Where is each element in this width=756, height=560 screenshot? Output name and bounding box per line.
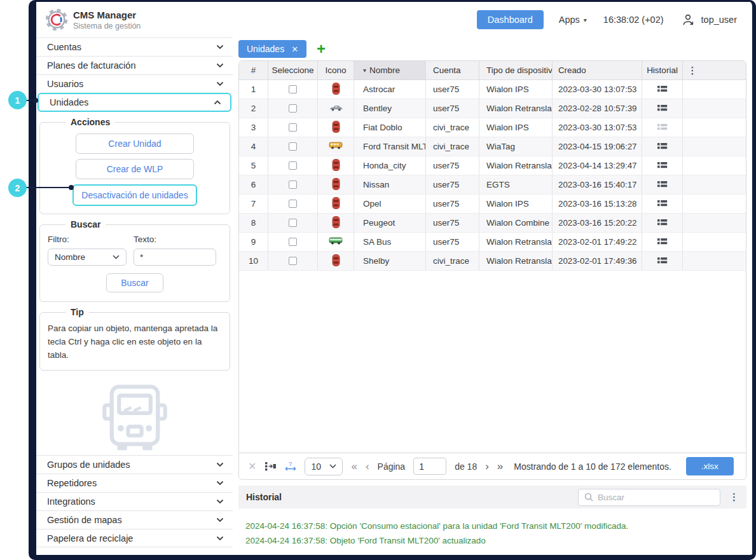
row-checkbox[interactable]: [289, 200, 297, 208]
column-header-created[interactable]: Creado: [553, 61, 642, 79]
search-button[interactable]: Buscar: [106, 273, 163, 292]
action-button-desactivaci-n-de-unidades[interactable]: Desactivación de unidades: [72, 184, 196, 206]
row-checkbox[interactable]: [289, 161, 297, 170]
text-label: Texto:: [134, 235, 216, 244]
cell-devicetype: Wialon Retranslat: [479, 233, 553, 251]
row-checkbox[interactable]: [289, 142, 297, 151]
sidebar-item-unidades[interactable]: Unidades: [38, 93, 231, 112]
row-checkbox[interactable]: [289, 123, 297, 132]
table-row[interactable]: 3 Fiat Doblo civi_trace Wialon IPS 2023-…: [239, 118, 746, 137]
prev-page-icon[interactable]: ‹: [366, 461, 369, 472]
column-header-account[interactable]: Cuenta: [426, 61, 479, 79]
table-row[interactable]: 6 Nissan user75 EGTS 2023-03-16 15:40:17: [239, 175, 746, 195]
export-xlsx-button[interactable]: .xlsx: [686, 457, 734, 475]
table-row[interactable]: 10 Shelby civi_trace Wialon Retranslat 2…: [239, 252, 746, 271]
app-window: CMS Manager Sistema de gestión Dashboard…: [29, 0, 756, 560]
page-size-select[interactable]: 10: [305, 458, 343, 475]
history-list-icon[interactable]: [657, 142, 668, 152]
cell-account: user75: [426, 99, 479, 118]
column-header-devicetype[interactable]: Tipo de dispositiv: [479, 61, 553, 79]
actions-group: Acciones Crear UnidadCrear de WLPDesacti…: [39, 117, 230, 214]
table-row[interactable]: 5 Honda_city user75 Wialon Retranslat 20…: [239, 156, 746, 175]
history-menu-icon[interactable]: ⋮: [729, 491, 739, 503]
table-row[interactable]: 4 Ford Transit MLT2 civi_trace WiaTag 20…: [239, 137, 746, 156]
main-area: Unidades ✕ + # Seleccione Icono ▾ Nombre…: [233, 38, 752, 555]
sidebar-item-planes-de-facturaci-n[interactable]: Planes de facturación: [36, 56, 233, 74]
chevron-down-icon: [216, 517, 224, 522]
sidebar: Cuentas Planes de facturación Usuarios U…: [36, 38, 233, 555]
tab-unidades[interactable]: Unidades ✕: [238, 40, 306, 58]
bus-green-icon: [329, 237, 343, 247]
action-button-crear-unidad[interactable]: Crear Unidad: [76, 133, 194, 154]
sidebar-item-gesti-n-de-mapas[interactable]: Gestión de mapas: [36, 510, 233, 529]
app-title: CMS Manager: [73, 10, 141, 20]
history-list-icon[interactable]: [657, 199, 668, 209]
action-button-crear-de-wlp[interactable]: Crear de WLP: [76, 159, 194, 179]
sidebar-item-label: Gestión de mapas: [47, 515, 122, 525]
pagination-summary: Mostrando de 1 a 10 de 172 elementos.: [514, 461, 671, 472]
first-page-icon[interactable]: «: [351, 461, 357, 472]
history-list-icon[interactable]: [657, 104, 668, 114]
chevron-down-icon: [216, 44, 224, 50]
history-list-icon[interactable]: [657, 218, 668, 228]
sidebar-item-cuentas[interactable]: Cuentas: [36, 38, 233, 56]
chevron-down-icon: ▾: [584, 17, 587, 24]
cell-account: user75: [426, 175, 479, 194]
tab-label: Unidades: [247, 44, 284, 54]
cell-name: Nissan: [354, 175, 426, 194]
column-header-name[interactable]: ▾ Nombre: [354, 61, 426, 79]
last-page-icon[interactable]: »: [497, 461, 503, 472]
history-list-icon[interactable]: [657, 85, 668, 95]
page-number-input[interactable]: [413, 458, 446, 475]
table-row[interactable]: 8 Peugeot user75 Wialon Combine 2023-03-…: [239, 214, 746, 233]
sidebar-item-papelera-de-reciclaje[interactable]: Papelera de reciclaje: [36, 529, 233, 547]
column-header-num[interactable]: #: [239, 61, 268, 79]
table-row[interactable]: 9 SA Bus user75 Wialon Retranslat 2023-0…: [239, 233, 746, 252]
apps-menu[interactable]: Apps ▾: [559, 15, 587, 25]
clear-selection-icon[interactable]: ✕: [248, 460, 256, 472]
row-checkbox[interactable]: [289, 238, 297, 246]
history-list-icon[interactable]: [657, 180, 668, 190]
add-tab-button[interactable]: +: [317, 41, 326, 57]
tab-close-icon[interactable]: ✕: [291, 44, 298, 54]
next-page-icon[interactable]: ›: [485, 461, 489, 472]
user-menu[interactable]: top_user: [682, 13, 737, 27]
choose-columns-icon[interactable]: [265, 461, 277, 471]
fit-columns-icon[interactable]: ?: [285, 461, 296, 472]
column-menu-icon[interactable]: ⋮: [688, 65, 698, 76]
cell-account: user75: [426, 156, 479, 175]
row-checkbox[interactable]: [289, 219, 297, 227]
table-row[interactable]: 7 Opel user75 Wialon IPS 2023-03-16 15:1…: [239, 195, 746, 214]
column-header-select[interactable]: Seleccione: [268, 61, 318, 79]
history-list-icon[interactable]: [657, 161, 668, 171]
dashboard-button[interactable]: Dashboard: [477, 10, 544, 29]
history-list-icon[interactable]: [657, 256, 668, 266]
history-list-icon[interactable]: [657, 123, 668, 133]
cell-num: 2: [239, 99, 268, 118]
filter-select-value: Nombre: [55, 252, 85, 262]
cell-num: 10: [239, 252, 268, 270]
row-checkbox[interactable]: [289, 181, 297, 189]
chevron-down-icon: [216, 536, 224, 541]
sidebar-item-repetidores[interactable]: Repetidores: [36, 474, 233, 492]
column-header-history[interactable]: Historial: [642, 61, 683, 79]
column-header-icon[interactable]: Icono: [318, 61, 354, 79]
sidebar-item-grupos-de-unidades[interactable]: Grupos de unidades: [36, 455, 233, 474]
search-text-input[interactable]: [134, 249, 216, 266]
row-checkbox[interactable]: [289, 104, 297, 113]
sidebar-item-usuarios[interactable]: Usuarios: [36, 74, 233, 93]
history-search-box[interactable]: [578, 489, 720, 506]
car-red-top-icon: [332, 178, 340, 192]
history-search-input[interactable]: [598, 493, 714, 502]
table-row[interactable]: 1 Astrocar user75 Wialon IPS 2023-03-30 …: [239, 80, 746, 99]
row-checkbox[interactable]: [289, 85, 297, 93]
chevron-down-icon: [216, 63, 224, 68]
row-checkbox[interactable]: [289, 257, 297, 265]
sidebar-item-integrations[interactable]: Integrations: [36, 492, 233, 510]
table-row[interactable]: 2 Bentley user75 Wialon Retranslat 2023-…: [239, 99, 746, 118]
tip-legend: Tip: [65, 307, 89, 317]
history-log-entry: 2024-04-24 16:37:58: Opción 'Consumo est…: [245, 519, 739, 534]
filter-select[interactable]: Nombre: [48, 249, 127, 266]
history-list-icon[interactable]: [657, 237, 668, 247]
cell-num: 1: [239, 80, 268, 99]
